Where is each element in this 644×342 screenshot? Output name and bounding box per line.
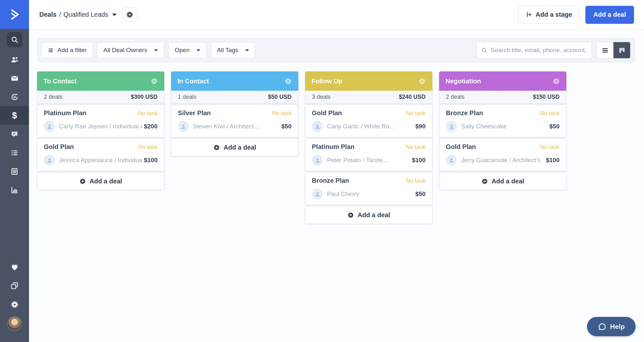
stage-total: $50 USD <box>268 94 292 100</box>
insert-stage-icon <box>526 11 533 18</box>
dollar-icon: $ <box>12 111 17 121</box>
deal-owners-dropdown[interactable]: All Deal Owners <box>97 42 164 58</box>
sidebar-item-forms[interactable] <box>0 162 29 181</box>
sidebar-item-contacts[interactable] <box>0 50 29 69</box>
deal-title: Bronze Plan <box>312 177 349 184</box>
stage-title: In Contact <box>178 78 209 85</box>
task-status[interactable]: No task <box>406 178 426 184</box>
document-icon <box>10 167 19 176</box>
deal-contact: Carly Rae Jepsen / Individual I <box>59 123 144 130</box>
deal-card[interactable]: Bronze Plan No task Paul Cherry $50 <box>305 172 432 205</box>
add-deal-label: Add a deal <box>593 11 626 18</box>
contact-avatar-icon <box>312 121 323 132</box>
user-avatar[interactable] <box>7 316 22 331</box>
activecampaign-logo[interactable] <box>0 0 29 29</box>
chevron-down-icon <box>245 49 249 51</box>
tags-label: All Tags <box>217 47 238 54</box>
stage-header[interactable]: To Contact <box>37 71 164 91</box>
stage-header[interactable]: In Contact <box>171 71 298 91</box>
help-button[interactable]: Help <box>587 317 636 336</box>
task-status[interactable]: No task <box>138 110 158 117</box>
stage-header[interactable]: Follow Up <box>305 71 432 91</box>
main-area: Deals / Qualified Leads Add a stage Add … <box>29 0 644 342</box>
add-deal-row[interactable]: Add a deal <box>305 206 432 224</box>
deal-title: Gold Plan <box>312 109 342 117</box>
filter-sliders-icon <box>48 47 54 53</box>
sidebar-item-reports[interactable] <box>0 181 29 199</box>
sidebar-item-lists[interactable] <box>0 143 29 162</box>
deal-contact: Peter Potato / Tande... <box>327 157 412 164</box>
stage-stats: 2 deals $300 USD <box>37 91 164 104</box>
task-status[interactable]: No task <box>406 110 426 117</box>
stage-total: $150 USD <box>533 94 560 100</box>
stage-gear-icon[interactable] <box>150 78 158 85</box>
add-deal-row[interactable]: Add a deal <box>171 138 298 156</box>
task-status[interactable]: No task <box>406 144 426 151</box>
list-view-button[interactable] <box>597 42 613 58</box>
stage-gear-icon[interactable] <box>284 78 292 85</box>
sidebar-item-settings[interactable] <box>0 295 29 314</box>
stage-gear-icon[interactable] <box>553 78 560 85</box>
add-deal-row[interactable]: Add a deal <box>439 172 566 190</box>
contacts-icon <box>10 55 19 64</box>
sidebar-item-deals[interactable]: $ <box>0 106 29 125</box>
stage-column-follow-up: Follow Up 3 deals $240 USD Gold Plan No … <box>305 71 432 224</box>
app-root: $ Deals <box>0 0 644 342</box>
help-label: Help <box>610 323 625 330</box>
stage-deal-count: 2 deals <box>44 94 62 100</box>
task-status[interactable]: No task <box>272 110 292 117</box>
pipeline-settings-button[interactable] <box>122 7 137 22</box>
deal-title: Gold Plan <box>446 143 476 151</box>
stage-title: To Contact <box>43 78 77 85</box>
add-stage-label: Add a stage <box>536 11 572 18</box>
stage-gear-icon[interactable] <box>418 78 426 85</box>
email-icon <box>10 74 19 83</box>
contact-avatar-icon <box>178 121 189 132</box>
sidebar-item-favorites[interactable] <box>0 258 29 276</box>
status-dropdown[interactable]: Open <box>168 42 206 58</box>
task-status[interactable]: No task <box>540 144 560 151</box>
stage-column-negotiation: Negotiation 2 deals $150 USD Bronze Plan… <box>439 71 566 190</box>
add-stage-button[interactable]: Add a stage <box>518 6 580 24</box>
add-deal-label: Add a deal <box>224 144 256 151</box>
stage-header[interactable]: Negotiation <box>439 71 566 91</box>
deal-value: $100 <box>546 157 560 164</box>
search-input[interactable] <box>491 47 587 54</box>
tags-dropdown[interactable]: All Tags <box>211 42 255 58</box>
add-filter-button[interactable]: Add a filter <box>42 42 93 58</box>
sidebar-item-conversations[interactable] <box>0 125 29 143</box>
deal-card[interactable]: Platinum Plan No task Carly Rae Jepsen /… <box>37 105 164 137</box>
sidebar-item-campaigns[interactable] <box>0 69 29 88</box>
deal-card[interactable]: Gold Plan No task Carly Garlic / White R… <box>305 105 432 137</box>
task-status[interactable]: No task <box>540 110 560 117</box>
task-status[interactable]: No task <box>138 144 158 151</box>
kanban-view-button[interactable] <box>613 42 630 58</box>
breadcrumb-current: Qualified Leads <box>63 11 108 18</box>
topbar: Deals / Qualified Leads Add a stage Add … <box>29 0 644 30</box>
logo-chevron-icon <box>7 7 22 22</box>
add-deal-button[interactable]: Add a deal <box>585 6 634 24</box>
sidebar-item-automations[interactable] <box>0 88 29 106</box>
sidebar-bottom <box>0 258 29 342</box>
stage-column-in-contact: In Contact 1 deals $50 USD Silver Plan N… <box>171 71 298 156</box>
deal-contact: Carly Garlic / White Ra... <box>327 123 415 130</box>
list-icon <box>10 149 19 157</box>
sidebar-item-apps[interactable] <box>0 276 29 295</box>
deal-card[interactable]: Silver Plan No task Steven Kiwi / Archit… <box>171 105 298 137</box>
sidebar: $ <box>0 0 29 342</box>
deal-value: $90 <box>415 123 426 130</box>
plus-circle-icon <box>79 178 86 185</box>
stage-deal-count: 1 deals <box>178 94 197 100</box>
contact-avatar-icon <box>44 155 55 166</box>
add-deal-row[interactable]: Add a deal <box>37 172 164 190</box>
deal-card[interactable]: Gold Plan No task Jerry Guacamole / Arch… <box>439 138 566 171</box>
deal-card[interactable]: Bronze Plan No task Sally Cheescake $50 <box>439 105 566 137</box>
filter-bar: Add a filter All Deal Owners Open All Ta… <box>37 38 635 62</box>
breadcrumb[interactable]: Deals / Qualified Leads <box>39 11 117 18</box>
deal-card[interactable]: Gold Plan No task Jessica Applesauce / I… <box>37 138 164 171</box>
deal-card[interactable]: Platinum Plan No task Peter Potato / Tan… <box>305 138 432 171</box>
sidebar-item-search[interactable] <box>0 29 29 50</box>
chevron-down-icon <box>112 14 117 16</box>
stage-title: Negotiation <box>446 78 481 85</box>
add-deal-label: Add a deal <box>90 178 122 185</box>
